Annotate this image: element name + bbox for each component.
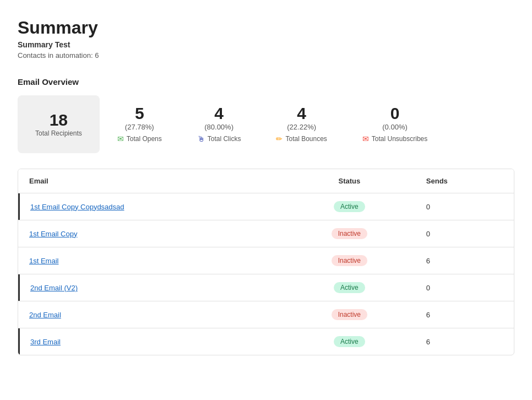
sends-cell: 6 xyxy=(415,247,514,274)
sends-cell: 0 xyxy=(415,220,514,247)
table-row: 3rd EmailActive6 xyxy=(18,328,514,355)
sends-cell: 0 xyxy=(415,193,514,220)
email-link[interactable]: 2nd Email (V2) xyxy=(30,284,78,292)
table-row: 1st Email CopyInactive0 xyxy=(18,220,514,247)
status-cell: Inactive xyxy=(284,301,415,328)
opens-icon: ✉ xyxy=(117,134,124,143)
page-title: Summary xyxy=(18,18,514,38)
stat-number-bounces: 4 xyxy=(297,105,306,122)
status-badge: Inactive xyxy=(332,255,367,266)
unsub-icon: ✉ xyxy=(362,134,369,143)
stats-row: 18 Total Recipients 5 (27.78%) ✉ Total O… xyxy=(18,95,514,153)
stat-total-opens: 5 (27.78%) ✉ Total Opens xyxy=(100,95,180,153)
stat-total-recipients: 18 Total Recipients xyxy=(18,95,100,153)
stat-label-bounces: ✏ Total Bounces xyxy=(276,134,327,143)
email-table: Email Status Sends 1st Email Copy Copyds… xyxy=(18,169,514,355)
table-row: 2nd Email (V2)Active0 xyxy=(18,274,514,301)
stat-percent-clicks: (80.00%) xyxy=(204,123,234,131)
email-link[interactable]: 1st Email Copy xyxy=(29,230,77,238)
stat-label-unsub: ✉ Total Unsubscribes xyxy=(362,134,427,143)
email-link[interactable]: 3rd Email xyxy=(30,338,61,346)
status-cell: Active xyxy=(284,274,415,301)
row-bar xyxy=(18,274,20,301)
email-link[interactable]: 2nd Email xyxy=(29,311,61,319)
contacts-info: Contacts in automation: 6 xyxy=(18,51,514,60)
stat-percent-bounces: (22.22%) xyxy=(287,123,316,131)
page-subtitle: Summary Test xyxy=(18,40,514,49)
email-table-wrapper: Email Status Sends 1st Email Copy Copyds… xyxy=(18,169,514,355)
table-header-row: Email Status Sends xyxy=(18,169,514,193)
col-email: Email xyxy=(18,169,284,193)
row-bar xyxy=(18,193,20,220)
sends-cell: 0 xyxy=(415,274,514,301)
table-row: 2nd EmailInactive6 xyxy=(18,301,514,328)
sends-cell: 6 xyxy=(415,301,514,328)
stat-number-recipients: 18 xyxy=(50,112,68,128)
status-badge: Active xyxy=(334,201,365,212)
status-badge: Inactive xyxy=(332,228,367,239)
stat-label-recipients: Total Recipients xyxy=(35,129,82,137)
status-cell: Active xyxy=(284,328,415,355)
email-link[interactable]: 1st Email Copy Copydsadsad xyxy=(30,203,124,211)
table-row: 1st EmailInactive6 xyxy=(18,247,514,274)
row-bar xyxy=(18,328,20,355)
status-badge: Active xyxy=(334,336,365,347)
status-badge: Inactive xyxy=(332,309,367,320)
email-link[interactable]: 1st Email xyxy=(29,257,58,265)
col-sends: Sends xyxy=(415,169,514,193)
stat-label-opens: ✉ Total Opens xyxy=(117,134,162,143)
status-cell: Active xyxy=(284,193,415,220)
table-row: 1st Email Copy CopydsadsadActive0 xyxy=(18,193,514,220)
stat-number-opens: 5 xyxy=(135,105,144,122)
status-cell: Inactive xyxy=(284,220,415,247)
stat-percent-unsub: (0.00%) xyxy=(382,123,408,131)
stat-label-clicks: 🖱 Total Clicks xyxy=(197,134,241,143)
stat-percent-opens: (27.78%) xyxy=(125,123,154,131)
email-overview-title: Email Overview xyxy=(18,77,514,87)
stat-number-clicks: 4 xyxy=(214,105,224,122)
stat-total-unsubscribes: 0 (0.00%) ✉ Total Unsubscribes xyxy=(345,95,445,153)
stat-total-bounces: 4 (22.22%) ✏ Total Bounces xyxy=(258,95,344,153)
sends-cell: 6 xyxy=(415,328,514,355)
status-badge: Active xyxy=(334,282,365,293)
bounces-icon: ✏ xyxy=(276,134,283,143)
stat-total-clicks: 4 (80.00%) 🖱 Total Clicks xyxy=(180,95,259,153)
clicks-icon: 🖱 xyxy=(197,134,205,143)
status-cell: Inactive xyxy=(284,247,415,274)
stat-number-unsub: 0 xyxy=(390,105,400,122)
col-status: Status xyxy=(284,169,415,193)
